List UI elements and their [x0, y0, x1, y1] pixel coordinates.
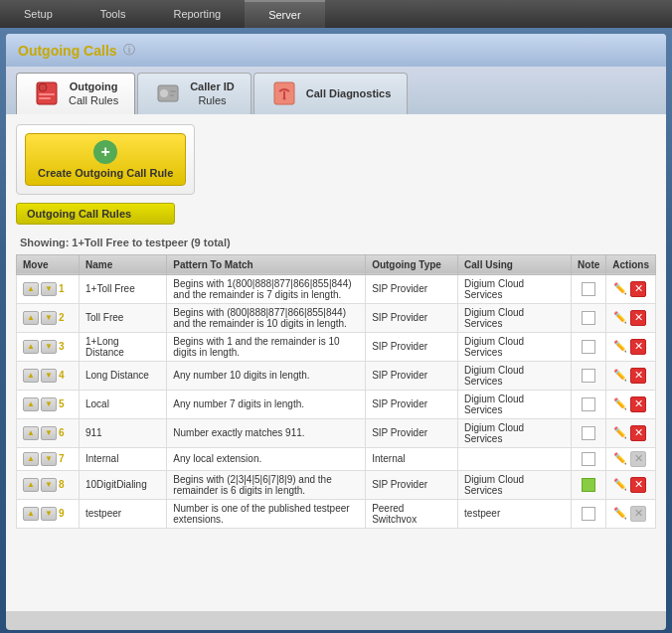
tab-outgoing-call-rules[interactable]: Outgoing Call Rules: [16, 73, 135, 114]
table-row: ▲ ▼ 4 Long DistanceAny number 10 digits …: [17, 361, 656, 390]
call-using: Digium Cloud Services: [458, 303, 572, 332]
outgoing-call-rules-icon: [33, 79, 61, 107]
move-down-button[interactable]: ▼: [41, 397, 57, 411]
tab-caller-id-rules[interactable]: Caller ID Rules: [137, 73, 252, 114]
move-up-button[interactable]: ▲: [23, 397, 39, 411]
note-checkbox[interactable]: [582, 282, 595, 296]
call-using: [458, 447, 572, 470]
edit-button[interactable]: ✏️: [612, 339, 628, 355]
delete-button[interactable]: ✕: [630, 281, 646, 297]
note-checkbox[interactable]: [582, 397, 595, 411]
edit-button[interactable]: ✏️: [612, 451, 628, 467]
tab-call-diagnostics[interactable]: Call Diagnostics: [253, 73, 409, 114]
info-icon[interactable]: ⓘ: [123, 42, 135, 59]
page-title: Outgoing Calls: [18, 43, 117, 59]
row-number: 1: [59, 283, 73, 294]
nav-server[interactable]: Server: [245, 0, 324, 28]
rule-name: 1+Long Distance: [80, 332, 167, 361]
call-using: Digium Cloud Services: [458, 361, 572, 390]
nav-setup[interactable]: Setup: [0, 0, 77, 28]
delete-button[interactable]: ✕: [630, 425, 646, 441]
actions-cell: ✏️✕: [606, 274, 656, 303]
page-header: Outgoing Calls ⓘ: [6, 34, 666, 67]
call-using: Digium Cloud Services: [458, 418, 572, 447]
col-call-using: Call Using: [458, 254, 572, 274]
rule-pattern: Begins with 1 and the remainder is 10 di…: [167, 332, 366, 361]
note-cell: [572, 303, 606, 332]
delete-button[interactable]: ✕: [630, 310, 646, 326]
add-icon: +: [93, 140, 117, 164]
nav-tools[interactable]: Tools: [77, 0, 150, 28]
edit-button[interactable]: ✏️: [612, 368, 628, 384]
call-using: Digium Cloud Services: [458, 274, 572, 303]
outgoing-type: SIP Provider: [366, 303, 458, 332]
note-cell: [572, 390, 606, 418]
row-number: 5: [59, 398, 73, 409]
move-down-button[interactable]: ▼: [41, 311, 57, 325]
move-down-button[interactable]: ▼: [41, 507, 57, 521]
move-cell: ▲ ▼ 3: [17, 332, 80, 361]
move-down-button[interactable]: ▼: [41, 282, 57, 296]
outgoing-type: SIP Provider: [366, 332, 458, 361]
table-row: ▲ ▼ 2 Toll FreeBegins with (800|888|877|…: [17, 303, 656, 332]
note-checkbox[interactable]: [582, 507, 595, 521]
note-cell: [572, 332, 606, 361]
row-number: 2: [59, 312, 73, 323]
edit-button[interactable]: ✏️: [612, 477, 628, 493]
table-row: ▲ ▼ 5 LocalAny number 7 digits in length…: [17, 390, 656, 418]
delete-button[interactable]: ✕: [630, 339, 646, 355]
edit-button[interactable]: ✏️: [612, 281, 628, 297]
call-using: Digium Cloud Services: [458, 332, 572, 361]
move-up-button[interactable]: ▲: [23, 426, 39, 440]
col-note: Note: [572, 254, 606, 274]
outgoing-type: SIP Provider: [366, 274, 458, 303]
section-header: Outgoing Call Rules: [16, 203, 175, 225]
edit-button[interactable]: ✏️: [612, 425, 628, 441]
table-row: ▲ ▼ 8 10DigitDialingBegins with (2|3|4|5…: [17, 470, 656, 499]
svg-point-5: [160, 89, 168, 97]
move-down-button[interactable]: ▼: [41, 340, 57, 354]
move-up-button[interactable]: ▲: [23, 452, 39, 466]
table-row: ▲ ▼ 9 testpeerNumber is one of the publi…: [17, 499, 656, 528]
col-name: Name: [80, 254, 167, 274]
row-number: 7: [59, 453, 73, 464]
move-cell: ▲ ▼ 5: [17, 390, 80, 418]
nav-reporting[interactable]: Reporting: [149, 0, 245, 28]
move-down-button[interactable]: ▼: [41, 369, 57, 383]
call-using: testpeer: [458, 499, 572, 528]
move-up-button[interactable]: ▲: [23, 282, 39, 296]
edit-button[interactable]: ✏️: [612, 396, 628, 412]
note-checkbox[interactable]: [582, 340, 595, 354]
note-checkbox[interactable]: [582, 426, 595, 440]
move-cell: ▲ ▼ 9: [17, 499, 80, 528]
move-down-button[interactable]: ▼: [41, 452, 57, 466]
rule-name: testpeer: [80, 499, 167, 528]
move-down-button[interactable]: ▼: [41, 478, 57, 492]
edit-button[interactable]: ✏️: [612, 506, 628, 522]
table-row: ▲ ▼ 3 1+Long DistanceBegins with 1 and t…: [17, 332, 656, 361]
showing-text: Showing: 1+Toll Free to testpeer (9 tota…: [16, 237, 656, 248]
note-checkbox[interactable]: [582, 478, 595, 492]
note-cell: [572, 470, 606, 499]
move-up-button[interactable]: ▲: [23, 311, 39, 325]
delete-button[interactable]: ✕: [630, 368, 646, 384]
delete-button: ✕: [630, 506, 646, 522]
move-up-button[interactable]: ▲: [23, 507, 39, 521]
rule-pattern: Any number 7 digits in length.: [167, 390, 366, 418]
move-up-button[interactable]: ▲: [23, 340, 39, 354]
move-down-button[interactable]: ▼: [41, 426, 57, 440]
move-up-button[interactable]: ▲: [23, 478, 39, 492]
edit-button[interactable]: ✏️: [612, 310, 628, 326]
outgoing-type: SIP Provider: [366, 470, 458, 499]
rules-table-container: Move Name Pattern To Match Outgoing Type…: [16, 254, 656, 529]
move-cell: ▲ ▼ 1: [17, 274, 80, 303]
move-cell: ▲ ▼ 6: [17, 418, 80, 447]
note-checkbox[interactable]: [582, 369, 595, 383]
delete-button[interactable]: ✕: [630, 477, 646, 493]
note-checkbox[interactable]: [582, 311, 595, 325]
move-up-button[interactable]: ▲: [23, 369, 39, 383]
delete-button[interactable]: ✕: [630, 396, 646, 412]
note-cell: [572, 361, 606, 390]
note-checkbox[interactable]: [582, 452, 595, 466]
create-outgoing-call-rule-button[interactable]: + Create Outgoing Call Rule: [25, 133, 186, 186]
